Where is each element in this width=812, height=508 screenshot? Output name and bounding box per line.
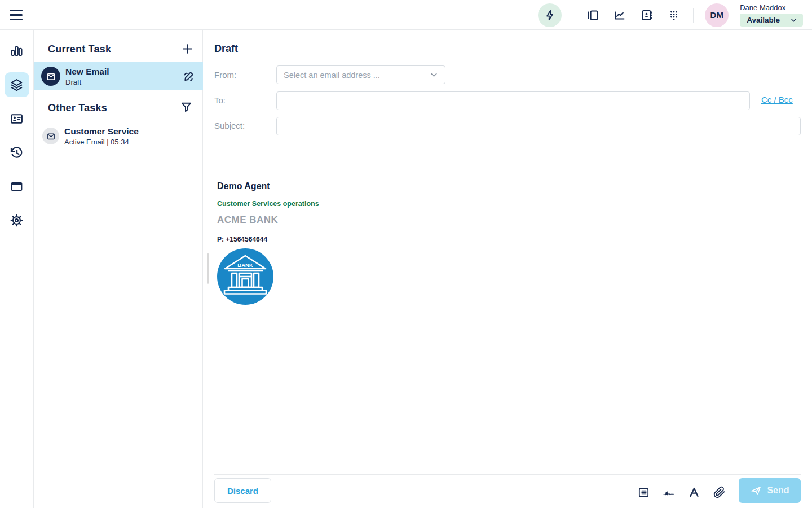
chevron-down-icon [790, 16, 797, 24]
rail-item-contacts[interactable] [5, 106, 29, 131]
topbar-actions: DM Dane Maddox Available [538, 0, 803, 30]
address-book-icon [640, 8, 654, 22]
rail-item-history[interactable] [5, 140, 29, 165]
add-task-button[interactable] [180, 42, 195, 56]
hamburger-menu-icon[interactable] [10, 8, 24, 22]
discard-button[interactable]: Discard [214, 478, 271, 503]
bank-logo-label: BANK [237, 262, 253, 268]
left-rail [0, 30, 34, 508]
signature-phone: P: +1564564644 [217, 235, 319, 243]
subject-input[interactable] [276, 117, 801, 135]
line-chart-icon [613, 8, 626, 22]
topbar-divider [693, 8, 694, 23]
layers-icon [10, 78, 24, 92]
from-label: From: [214, 70, 236, 80]
task-title: Customer Service [64, 126, 139, 137]
paperclip-icon [713, 485, 726, 499]
send-button[interactable]: Send [739, 478, 801, 503]
status-label: Available [747, 16, 780, 24]
current-task-header: Current Task [48, 43, 111, 55]
signature-department: Customer Services operations [217, 200, 319, 208]
topbar-divider [573, 8, 573, 23]
composer-footer: Discard [214, 474, 801, 508]
dialpad-icon [667, 8, 681, 22]
contact-card-icon [10, 112, 24, 126]
directory-button[interactable] [639, 7, 655, 23]
from-select[interactable]: Select an email address ... [276, 65, 445, 84]
edit-pen-icon [182, 69, 196, 83]
send-label: Send [767, 485, 789, 496]
task-subtitle: Active Email | 05:34 [64, 138, 139, 146]
bar-chart-icon [10, 44, 24, 58]
rail-item-settings[interactable] [5, 208, 29, 233]
window-icon [10, 179, 24, 194]
envelope-icon [41, 67, 60, 86]
paper-plane-icon [750, 485, 762, 497]
rail-item-tasks[interactable] [5, 72, 29, 97]
panels-icon [586, 8, 599, 22]
user-block: Dane Maddox Available [740, 3, 803, 27]
task-panel: Current Task New Email Draft Other Tasks [34, 30, 203, 508]
history-icon [10, 146, 24, 160]
agent-workspace: DM Dane Maddox Available [0, 0, 812, 508]
signature-name: Demo Agent [217, 181, 319, 191]
signature-button[interactable] [661, 484, 677, 500]
rail-item-metrics[interactable] [5, 38, 29, 63]
rail-item-browser[interactable] [5, 174, 29, 199]
panels-button[interactable] [585, 7, 601, 23]
template-button[interactable] [636, 484, 651, 500]
plus-icon [180, 42, 195, 56]
edit-draft-button[interactable] [182, 69, 196, 83]
signature-company: ACME BANK [217, 214, 319, 226]
to-input[interactable] [276, 91, 750, 110]
lightning-icon [544, 9, 556, 21]
dialpad-button[interactable] [666, 7, 682, 23]
email-signature[interactable]: Demo Agent Customer Services operations … [217, 181, 319, 305]
from-placeholder: Select an email address ... [277, 71, 422, 80]
task-item-customer-service[interactable]: Customer Service Active Email | 05:34 [34, 122, 203, 150]
body-scrollbar-thumb[interactable] [207, 253, 209, 284]
to-label: To: [214, 95, 226, 105]
user-avatar[interactable]: DM [705, 3, 729, 27]
attach-button[interactable] [712, 484, 727, 500]
envelope-icon [42, 128, 59, 144]
task-subtitle: Draft [65, 78, 109, 86]
subject-label: Subject: [214, 121, 245, 130]
gear-icon [10, 213, 24, 227]
task-title: New Email [65, 67, 109, 77]
topbar: DM Dane Maddox Available [0, 0, 812, 30]
template-table-icon [637, 486, 650, 499]
font-a-icon [687, 485, 701, 499]
bank-logo: BANK [217, 248, 273, 305]
email-composer: Draft From: Select an email address ... … [203, 30, 812, 508]
status-dropdown[interactable]: Available [740, 14, 803, 27]
chevron-down-icon [422, 71, 445, 79]
draft-title: Draft [214, 43, 238, 55]
metrics-button[interactable] [612, 7, 628, 23]
cc-bcc-link[interactable]: Cc / Bcc [761, 95, 793, 104]
quick-connects-button[interactable] [538, 3, 562, 27]
filter-funnel-icon [180, 100, 193, 113]
font-button[interactable] [686, 484, 702, 500]
other-tasks-header: Other Tasks [48, 102, 107, 114]
composer-tools [636, 484, 727, 500]
user-name: Dane Maddox [740, 3, 785, 12]
signature-squiggle-icon [662, 485, 676, 499]
task-item-new-email[interactable]: New Email Draft [34, 62, 203, 90]
filter-tasks-button[interactable] [180, 100, 193, 113]
